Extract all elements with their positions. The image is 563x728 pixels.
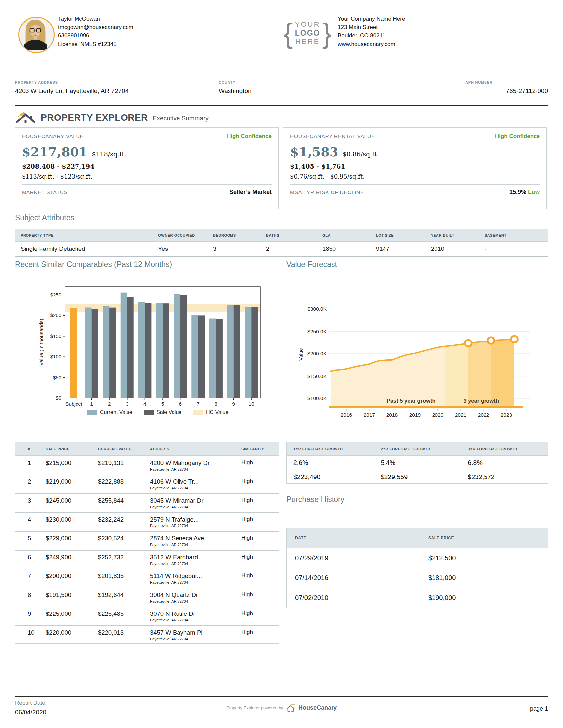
page-number: page 1: [530, 705, 548, 712]
market-status-label: MARKET STATUS: [22, 189, 68, 195]
comp-address: 3045 W Miramar DrFayetteville, AR 72704: [150, 494, 241, 512]
comp-sale-price: $230,000: [46, 513, 98, 531]
current-value-bar: [245, 307, 251, 398]
purchase-sale-price: $212,500: [420, 554, 548, 562]
rental-range: $1,405 - $1,761: [290, 163, 540, 170]
rental-confidence-badge: High Confidence: [495, 133, 540, 140]
table-row: 3$245,000$255,8443045 W Miramar DrFayett…: [15, 493, 279, 512]
attr-value-cell: 2010: [431, 245, 485, 252]
comp-similarity: High: [241, 532, 279, 550]
value-forecast-card: $100.0K$150.0K$200.0K$250.0K$300.0KPast …: [283, 280, 547, 430]
sale-value-bar: [180, 295, 187, 398]
comp-address-line1: 5114 W Ridgebur...: [150, 572, 241, 580]
value-confidence-badge: High Confidence: [227, 133, 271, 140]
comp-number: 6: [15, 551, 46, 569]
forecast-marker: [488, 337, 494, 344]
attr-column-label: GLA: [322, 233, 376, 237]
x-tick-label: 10: [249, 401, 255, 407]
property-explorer-report-page: Taylor McGowan tmcgowan@housecanary.com …: [0, 0, 563, 728]
comparables-heading: Recent Similar Comparables (Past 12 Mont…: [15, 260, 172, 269]
x-tick-label: 2: [108, 401, 111, 407]
property-address-value: 4203 W Lierly Ln, Fayetteville, AR 72704: [15, 87, 128, 95]
comp-number: 5: [15, 532, 46, 550]
comp-current-value: $222,888: [98, 475, 150, 493]
attr-value-cell: Yes: [158, 245, 213, 252]
legend-swatch: [87, 410, 97, 415]
current-value-bar: [138, 302, 145, 398]
comps-column-label: SALE PRICE: [46, 447, 98, 451]
growth-value-cell: $229,559: [374, 473, 461, 481]
comp-current-value: $220,013: [98, 626, 150, 644]
logo-line-logo: LOGO: [295, 29, 320, 37]
purchase-date: 07/29/2019: [287, 554, 420, 562]
comp-similarity-value: High: [241, 629, 279, 636]
growth-annotation: 3 year growth: [463, 398, 499, 404]
comp-similarity-value: High: [241, 478, 279, 485]
company-info: Your Company Name Here 123 Main Street B…: [338, 15, 405, 48]
x-tick-label: 4: [143, 401, 146, 407]
rental-range-sqft: $0.76/sq.ft. - $0.95/sq.ft.: [290, 173, 540, 180]
growth-annotation: Past 5 year growth: [387, 398, 436, 404]
x-tick-label: 3: [125, 401, 128, 407]
company-name: Your Company Name Here: [338, 15, 405, 23]
table-row: 07/29/2019$212,500: [287, 548, 548, 568]
comp-sale-price: $200,000: [46, 569, 98, 588]
growth-value-cell: $223,490: [287, 473, 374, 481]
y-tick-label: $250: [50, 292, 61, 297]
risk-of-decline-value: 15.9% Low: [509, 189, 540, 196]
table-row: 1$215,000$219,1314200 W Mahogany DrFayet…: [15, 456, 279, 475]
comp-similarity: High: [241, 456, 279, 475]
comp-similarity: High: [241, 626, 279, 644]
comp-address: 2874 N Seneca AveFayetteville, AR 72704: [150, 532, 241, 550]
comp-number: 7: [15, 569, 46, 588]
purchase-sale-price: $190,000: [420, 594, 548, 602]
comp-sale-price: $220,000: [46, 626, 98, 644]
purchase-date: 07/14/2016: [287, 574, 420, 582]
apn-block: APN NUMBER 765-27112-000: [465, 80, 548, 95]
table-row: 9$225,000$225,4853070 N Rutile DrFayette…: [15, 607, 279, 625]
table-row: 6$249,900$252,7323512 W Earnhard...Fayet…: [15, 550, 279, 569]
purchase-history-body: 07/29/2019$212,50007/14/2016$181,00007/0…: [287, 548, 548, 608]
comp-sale-price: $219,000: [46, 475, 98, 493]
x-tick-label: 2021: [455, 412, 466, 418]
company-city: Boulder, CO 80211: [338, 31, 405, 40]
x-tick-label: 8: [214, 401, 217, 407]
legend-swatch: [193, 410, 203, 415]
purchase-date: 07/02/2010: [287, 594, 420, 602]
current-value-bar: [191, 315, 198, 398]
comps-column-label: SIMILARITY: [241, 447, 279, 451]
comp-address-line2: Fayetteville, AR 72704: [150, 524, 241, 528]
x-tick-label: 2022: [478, 412, 489, 418]
x-tick-label: 2020: [432, 412, 444, 418]
y-tick-label: $300.0K: [307, 306, 327, 312]
comp-address-line2: Fayetteville, AR 72704: [150, 486, 241, 490]
county-value: Washington: [218, 87, 252, 95]
sale-value-bar: [234, 305, 240, 398]
table-row: 7$200,000$201,8355114 W Ridgebur...Fayet…: [15, 569, 279, 588]
y-axis-label: Value (In thousands): [38, 319, 44, 366]
current-value-bar: [209, 319, 216, 398]
sale-value-bar: [109, 308, 116, 398]
comparables-table-header: #SALE PRICECURRENT VALUEADDRESSSIMILARIT…: [15, 442, 279, 456]
table-row: 5$229,000$230,5242874 N Seneca AveFayett…: [15, 531, 279, 550]
comp-sale-price: $229,000: [46, 532, 98, 550]
y-tick-label: $150: [50, 333, 61, 339]
brace-left: {: [284, 17, 293, 49]
growth-percent-cell: 6.8%: [461, 459, 548, 467]
legend-swatch: [144, 410, 154, 415]
report-subtitle: Executive Summary: [153, 115, 209, 122]
agent-license: License: NMLS #12345: [58, 40, 133, 49]
comp-number: 4: [15, 513, 46, 531]
rental-panel-label: HOUSECANARY RENTAL VALUE: [290, 133, 375, 139]
comp-address-line2: Fayetteville, AR 72704: [150, 505, 241, 509]
x-tick-label: 2023: [501, 412, 512, 418]
county-label: COUNTY: [218, 80, 252, 84]
x-tick-label: 2019: [409, 412, 421, 418]
comp-address-line1: 2874 N Seneca Ave: [150, 535, 241, 542]
property-explorer-bird-house-icon: [15, 110, 36, 126]
attr-column-label: LOT SIZE: [376, 233, 431, 237]
value-per-sqft: $118/sq.ft.: [92, 150, 126, 158]
x-tick-label: 2017: [364, 412, 375, 418]
y-axis-label: Value: [298, 348, 304, 360]
attr-column-label: YEAR BUILT: [431, 233, 485, 237]
